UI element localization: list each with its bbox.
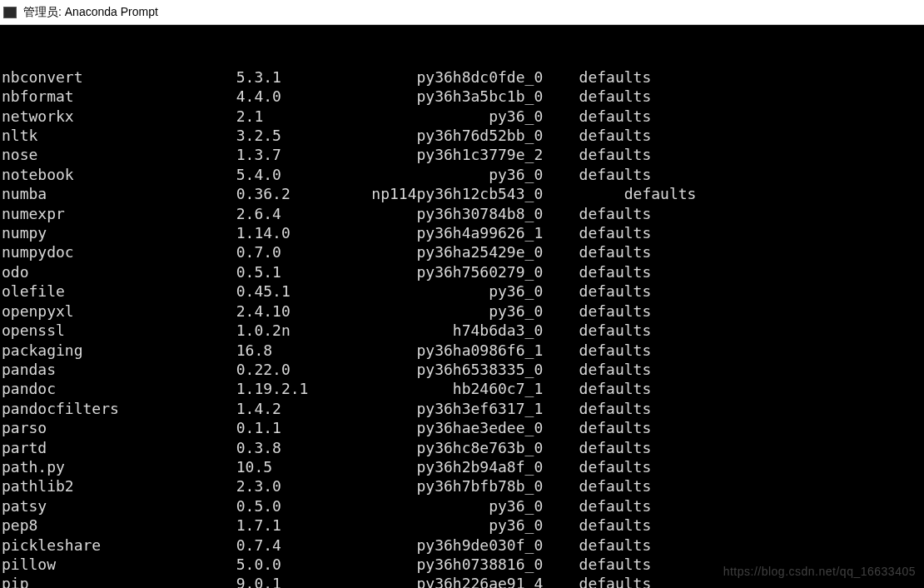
window-titlebar[interactable]: 管理员: Anaconda Prompt (0, 0, 924, 25)
package-row: pandoc 1.19.2.1 hb2460c7_1 defaults (2, 379, 924, 398)
package-row: pandocfilters 1.4.2 py36h3ef6317_1 defau… (2, 399, 924, 418)
package-row: path.py 10.5 py36h2b94a8f_0 defaults (2, 457, 924, 476)
package-row: numexpr 2.6.4 py36h30784b8_0 defaults (2, 204, 924, 223)
package-row: pillow 5.0.0 py36h0738816_0 defaults (2, 555, 924, 574)
terminal-output[interactable]: nbconvert 5.3.1 py36h8dc0fde_0 defaultsn… (0, 25, 924, 588)
package-row: nbformat 4.4.0 py36h3a5bc1b_0 defaults (2, 87, 924, 106)
package-row: pip 9.0.1 py36h226ae91_4 defaults (2, 574, 924, 588)
package-row: patsy 0.5.0 py36_0 defaults (2, 496, 924, 516)
package-row: pep8 1.7.1 py36_0 defaults (2, 516, 924, 535)
package-row: packaging 16.8 py36ha0986f6_1 defaults (2, 341, 924, 360)
package-row: partd 0.3.8 py36hc8e763b_0 defaults (2, 438, 924, 457)
window-title: 管理员: Anaconda Prompt (23, 5, 158, 20)
terminal-icon (3, 7, 17, 18)
package-row: openssl 1.0.2n h74b6da3_0 defaults (2, 321, 924, 340)
package-row: notebook 5.4.0 py36_0 defaults (2, 165, 924, 184)
package-row: odo 0.5.1 py36h7560279_0 defaults (2, 262, 924, 282)
package-row: numpy 1.14.0 py36h4a99626_1 defaults (2, 223, 924, 242)
package-row: parso 0.1.1 py36hae3edee_0 defaults (2, 418, 924, 437)
package-row: olefile 0.45.1 py36_0 defaults (2, 282, 924, 301)
package-row: numpydoc 0.7.0 py36ha25429e_0 defaults (2, 242, 924, 262)
package-row: pathlib2 2.3.0 py36h7bfb78b_0 defaults (2, 476, 924, 496)
package-row: nltk 3.2.5 py36h76d52bb_0 defaults (2, 126, 924, 145)
package-row: numba 0.36.2 np114py36h12cb543_0 default… (2, 184, 924, 203)
package-row: nbconvert 5.3.1 py36h8dc0fde_0 defaults (2, 67, 924, 87)
package-row: nose 1.3.7 py36h1c3779e_2 defaults (2, 145, 924, 164)
package-row: networkx 2.1 py36_0 defaults (2, 107, 924, 126)
package-row: openpyxl 2.4.10 py36_0 defaults (2, 301, 924, 321)
package-row: pickleshare 0.7.4 py36h9de030f_0 default… (2, 536, 924, 555)
package-row: pandas 0.22.0 py36h6538335_0 defaults (2, 360, 924, 379)
